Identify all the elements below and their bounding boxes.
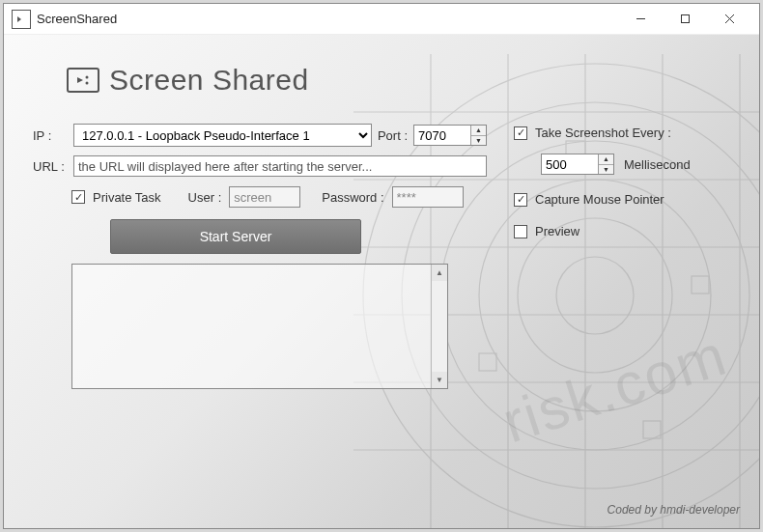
log-scrollbar[interactable]: ▲ ▼ — [431, 265, 447, 388]
password-input[interactable] — [392, 186, 464, 208]
preview-checkbox[interactable] — [514, 225, 527, 238]
url-input[interactable] — [73, 155, 487, 177]
svg-rect-24 — [643, 421, 661, 438]
logo-text: Screen Shared — [109, 64, 309, 97]
app-icon — [12, 10, 31, 29]
interval-input[interactable] — [542, 154, 598, 174]
user-input[interactable] — [229, 186, 300, 208]
password-label: Password : — [322, 190, 383, 205]
interval-unit-label: Mellisecond — [624, 157, 691, 172]
user-label: User : — [188, 190, 222, 205]
maximize-button[interactable] — [663, 5, 707, 34]
minimize-button[interactable] — [618, 5, 663, 34]
close-button[interactable] — [707, 5, 751, 34]
log-textarea[interactable]: ▲ ▼ — [71, 264, 448, 389]
url-label: URL : — [33, 159, 73, 174]
private-task-label: Private Task — [93, 190, 161, 205]
port-spin-up[interactable]: ▲ — [471, 126, 486, 136]
svg-point-25 — [86, 76, 89, 79]
capture-mouse-label: Capture Mouse Pointer — [535, 192, 664, 207]
ip-select[interactable]: 127.0.0.1 - Loopback Pseudo-Interface 1 — [73, 124, 372, 147]
preview-label: Preview — [535, 224, 579, 238]
ip-label: IP : — [33, 128, 73, 143]
interval-input-wrap: ▲ ▼ — [541, 154, 614, 175]
port-input[interactable] — [414, 126, 470, 145]
footer-credit: Coded by hmdi-developer — [608, 503, 740, 517]
app-window: ScreenShared — [3, 3, 760, 529]
interval-spin-down[interactable]: ▼ — [599, 165, 613, 175]
client-area: risk.com Screen Shared IP : 127.0.0.1 - … — [4, 35, 759, 528]
svg-point-26 — [86, 82, 89, 85]
scroll-down-icon[interactable]: ▼ — [432, 372, 447, 388]
scroll-up-icon[interactable]: ▲ — [432, 265, 447, 281]
capture-mouse-checkbox[interactable] — [514, 193, 527, 207]
interval-spin-up[interactable]: ▲ — [599, 154, 613, 165]
svg-rect-1 — [681, 15, 689, 23]
port-spin-down[interactable]: ▼ — [471, 136, 486, 146]
window-title: ScreenShared — [37, 12, 117, 26]
start-server-button[interactable]: Start Server — [110, 219, 361, 254]
private-task-checkbox[interactable] — [71, 190, 85, 204]
screenshot-every-label: Take Screenshot Every : — [535, 126, 671, 140]
screenshot-every-checkbox[interactable] — [514, 126, 527, 140]
port-input-wrap: ▲ ▼ — [413, 125, 487, 146]
port-label: Port : — [378, 128, 408, 143]
share-icon — [67, 68, 99, 93]
titlebar: ScreenShared — [4, 4, 759, 35]
logo: Screen Shared — [67, 64, 730, 97]
